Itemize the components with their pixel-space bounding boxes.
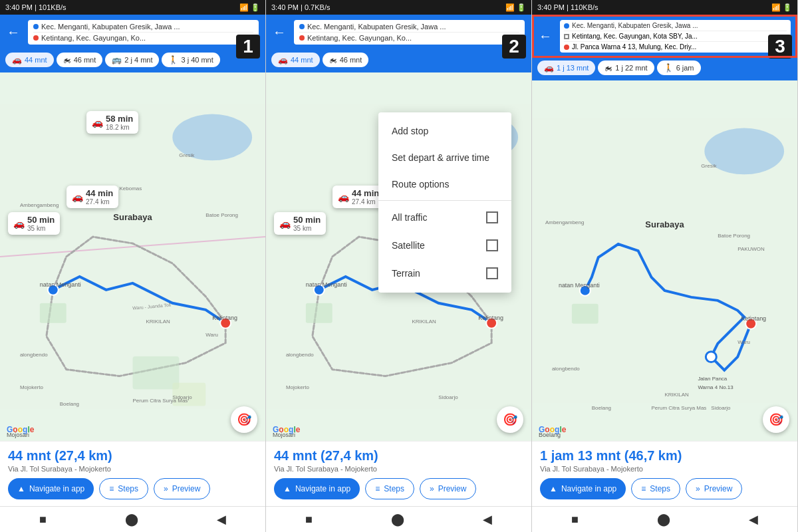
svg-text:natan Menganti: natan Menganti [306, 281, 347, 288]
svg-text:Jalan Panca: Jalan Panca [698, 376, 727, 382]
tab-car-label-3: 1 j 13 mnt [557, 64, 589, 72]
tab-car-3[interactable]: 🚗 1 j 13 mnt [537, 61, 595, 75]
map-area-3[interactable]: Surabaya natan Menganti Ketintang Jalan … [532, 80, 797, 441]
svg-text:Gresik: Gresik [701, 163, 716, 169]
status-icons-2: 📶 🔋 [505, 3, 526, 12]
depart-arrive-label: Set depart & arrive time [392, 152, 489, 163]
svg-text:Ambengambeng: Ambengambeng [545, 219, 584, 225]
tab-car-2[interactable]: 🚗 44 mnt [271, 53, 320, 67]
navigate-button-2[interactable]: ▲ Navigate in app [274, 478, 360, 499]
location-button-3[interactable]: 🎯 [763, 406, 789, 433]
status-time-1: 3:40 PM | 101KB/s [5, 3, 66, 11]
dropdown-depart-arrive[interactable]: Set depart & arrive time [378, 144, 511, 171]
bottom-panel-3: 1 jam 13 mnt (46,7 km) Via Jl. Tol Surab… [532, 441, 797, 506]
stop-button-3[interactable]: ■ [571, 513, 579, 527]
steps-button-3[interactable]: ≡ Steps [631, 478, 680, 499]
svg-text:Ambengambeng: Ambengambeng [20, 202, 59, 208]
location-button-1[interactable]: 🎯 [231, 406, 257, 433]
route-popup-alt-1: 🚗 58 min 18.2 km [86, 111, 138, 134]
popup-time-3: 50 min [27, 215, 55, 225]
map-svg-3: Surabaya natan Menganti Ketintang Jalan … [532, 80, 797, 441]
tab-walk-1[interactable]: 🚶 3 j 40 mnt [162, 53, 219, 67]
status-bar-2: 3:40 PM | 0.7KB/s 📶 🔋 [266, 0, 531, 15]
all-traffic-checkbox[interactable] [486, 211, 498, 223]
preview-button-1[interactable]: » Preview [154, 478, 210, 499]
back-button-3[interactable]: ← [539, 29, 555, 44]
svg-text:Sidoarjo: Sidoarjo [172, 394, 192, 400]
svg-text:Gresik: Gresik [179, 152, 194, 158]
svg-text:Surabaya: Surabaya [645, 219, 684, 229]
tab-moto-2[interactable]: 🏍 46 mnt [323, 53, 369, 67]
moto-icon-3: 🏍 [604, 63, 612, 72]
nav-bar-3: ■ ⬤ ◀ [532, 506, 797, 532]
dropdown-add-stop[interactable]: Add stop [378, 118, 511, 144]
stop-button-1[interactable]: ■ [39, 513, 47, 527]
preview-icon-3: » [696, 484, 700, 493]
tab-bus-1[interactable]: 🚌 2 j 4 mnt [105, 53, 159, 67]
preview-button-3[interactable]: » Preview [686, 478, 742, 499]
back-nav-button-3[interactable]: ◀ [749, 512, 758, 527]
preview-button-2[interactable]: » Preview [420, 478, 476, 499]
back-button-2[interactable]: ← [273, 25, 289, 40]
popup-car-icon-3: 🚗 [13, 218, 25, 229]
dropdown-terrain[interactable]: Terrain [378, 259, 511, 287]
stop-button-2[interactable]: ■ [305, 513, 313, 527]
maps-header-1: ← Kec. Menganti, Kabupaten Gresik, Jawa … [0, 15, 265, 50]
header-wrapper-2: ← Kec. Menganti, Kabupaten Gresik, Jawa … [266, 15, 531, 50]
dest-text-1: Ketintang, Kec. Gayungan, Ko... [41, 34, 146, 42]
terrain-checkbox[interactable] [486, 267, 498, 279]
steps-icon-3: ≡ [641, 484, 646, 493]
panel-1: 3:40 PM | 101KB/s 📶 🔋 ← Kec. Menganti, K… [0, 0, 266, 532]
navigate-label-2: Navigate in app [295, 484, 350, 493]
map-area-2[interactable]: Surabaya natan Menganti Ketintang KRIKIL… [266, 72, 531, 441]
home-button-2[interactable]: ⬤ [391, 512, 404, 527]
dropdown-all-traffic[interactable]: All traffic [378, 203, 511, 231]
back-button-1[interactable]: ← [7, 25, 23, 40]
back-nav-button-1[interactable]: ◀ [217, 512, 226, 527]
status-time-3: 3:40 PM | 110KB/s [537, 3, 598, 11]
steps-icon-2: ≡ [375, 484, 380, 493]
panel-2: 3:40 PM | 0.7KB/s 📶 🔋 ← Kec. Menganti, K… [266, 0, 532, 532]
dest-text-3: Ketintang, Kec. Gayungan, Kota SBY, Ja..… [572, 33, 698, 40]
svg-rect-3 [40, 303, 66, 323]
step-badge-1: 1 [236, 35, 260, 59]
tab-car-1[interactable]: 🚗 44 mnt [5, 53, 54, 67]
route-options-label: Route options [392, 179, 449, 190]
location-button-2[interactable]: 🎯 [497, 406, 523, 433]
satellite-checkbox[interactable] [486, 239, 498, 251]
tab-moto-3[interactable]: 🏍 1 j 22 mnt [598, 61, 654, 75]
navigate-button-1[interactable]: ▲ Navigate in app [8, 478, 94, 499]
maps-header-2: ← Kec. Menganti, Kabupaten Gresik, Jawa … [266, 15, 531, 50]
popup-car-2: 🚗 [338, 192, 349, 202]
popup-car-icon-1: 🚗 [92, 117, 103, 128]
steps-button-1[interactable]: ≡ Steps [99, 478, 148, 499]
back-nav-button-2[interactable]: ◀ [483, 512, 492, 527]
transport-tabs-2: 🚗 44 mnt 🏍 46 mnt [266, 50, 531, 72]
map-area-1[interactable]: Surabaya natan Menganti Ketintang KRIKIL… [0, 72, 265, 441]
route-info-3: Kec. Menganti, Kabupaten Gresik, Jawa ..… [560, 20, 791, 53]
dropdown-route-options[interactable]: Route options [378, 171, 511, 198]
route-info-1: Kec. Menganti, Kabupaten Gresik, Jawa ..… [28, 20, 259, 45]
tab-moto-1[interactable]: 🏍 46 mnt [57, 53, 103, 67]
dest-3: Ketintang, Kec. Gayungan, Kota SBY, Ja..… [564, 33, 787, 42]
svg-rect-38 [572, 304, 598, 324]
tab-moto-label-1: 46 mnt [74, 56, 96, 64]
home-button-3[interactable]: ⬤ [657, 512, 670, 527]
google-logo-sub-3: Boelang [539, 432, 561, 438]
status-bar-3: 3:40 PM | 110KB/s 📶 🔋 [532, 0, 797, 15]
via-text-1: Via Jl. Tol Surabaya - Mojokerto [8, 465, 257, 473]
duration-text-3: 1 jam 13 mnt (46,7 km) [540, 448, 789, 464]
dropdown-satellite[interactable]: Satellite [378, 231, 511, 259]
route-popup-main-2: 🚗 44 min 27.4 km [332, 186, 384, 208]
status-bar-1: 3:40 PM | 101KB/s 📶 🔋 [0, 0, 265, 15]
svg-text:natan Menganti: natan Menganti [40, 281, 81, 288]
origin-dot-2 [299, 24, 305, 29]
tab-walk-3[interactable]: 🚶 6 jam [657, 61, 701, 75]
svg-text:Boelang: Boelang [592, 405, 611, 411]
satellite-label: Satellite [392, 240, 425, 251]
steps-button-2[interactable]: ≡ Steps [365, 478, 414, 499]
home-button-1[interactable]: ⬤ [125, 512, 138, 527]
navigate-button-3[interactable]: ▲ Navigate in app [540, 478, 626, 499]
status-icons-3: 📶 🔋 [771, 3, 792, 12]
svg-text:Waru: Waru [205, 332, 218, 338]
